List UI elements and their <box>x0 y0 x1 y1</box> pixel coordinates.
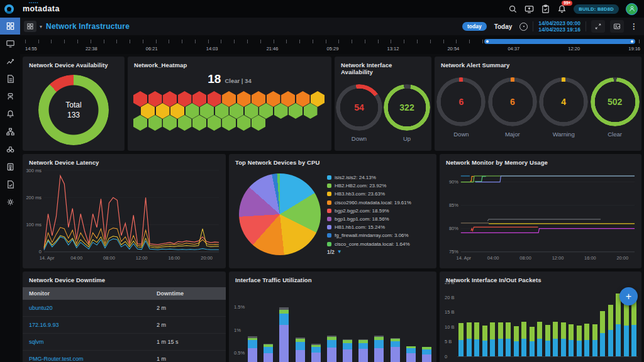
stacked-bar[interactable] <box>279 307 289 362</box>
bar-segment <box>490 339 495 356</box>
legend-item[interactable]: isis2.isis2: 24.13% <box>327 175 411 180</box>
legend-item[interactable]: cisco_core.motadata.local: 1.64% <box>327 241 411 247</box>
table-row[interactable]: ubuntu202 m <box>23 300 226 317</box>
stacked-bar[interactable] <box>592 324 597 356</box>
cpu-pie-chart[interactable] <box>239 173 321 255</box>
stacked-bar[interactable] <box>358 339 368 362</box>
stacked-bar[interactable] <box>264 344 273 362</box>
column-header[interactable]: Monitor <box>23 287 150 300</box>
legend-next-page-icon[interactable]: ▼ <box>337 249 342 255</box>
time-range-slider[interactable] <box>484 39 635 44</box>
expand-icon[interactable] <box>591 20 605 33</box>
sidebar-item-inventory[interactable] <box>0 158 20 175</box>
gauge-down[interactable]: 54Down <box>336 84 382 142</box>
stacked-bar[interactable] <box>514 326 519 356</box>
snapshot-icon[interactable] <box>610 20 624 33</box>
gauge-major[interactable]: 6Major <box>488 77 537 138</box>
stacked-bar[interactable] <box>537 322 542 356</box>
monitor-link[interactable]: ubuntu20 <box>23 300 150 317</box>
dashboard-grid-button[interactable] <box>24 21 36 32</box>
stacked-bar[interactable] <box>584 324 589 356</box>
sidebar-item-dashboards[interactable] <box>0 18 20 35</box>
add-widget-fab-button[interactable]: + <box>619 287 638 305</box>
table-row[interactable]: PMG-Router.test.com1 m <box>23 351 226 362</box>
legend-item[interactable]: HB1.hb1.com: 15.24% <box>327 224 411 230</box>
gauge-down[interactable]: 6Down <box>436 77 486 138</box>
stacked-bar[interactable] <box>248 336 257 362</box>
y-axis-label: 0 <box>445 354 447 359</box>
stacked-bar[interactable] <box>561 322 566 356</box>
stacked-bar[interactable] <box>616 293 621 356</box>
availability-donut-chart[interactable]: Total 133 <box>38 75 109 145</box>
time-range-timeline[interactable]: 14:5522:3806:2114:0321:4605:2913:1220:54… <box>20 35 644 54</box>
stacked-bar[interactable] <box>482 326 487 357</box>
stacked-bar[interactable] <box>296 337 305 362</box>
heatmap-headline: 18 Clear | 34 <box>128 72 331 86</box>
stacked-bar[interactable] <box>374 336 384 362</box>
gauge-warning[interactable]: 4Warning <box>539 77 588 138</box>
stacked-bar[interactable] <box>422 347 431 362</box>
stacked-bar[interactable] <box>343 339 352 362</box>
legend-item[interactable]: cisco2960.motadata.local: 19.61% <box>327 200 411 206</box>
monitor-link[interactable]: 172.16.9.93 <box>23 317 150 334</box>
stacked-bar[interactable] <box>530 327 535 356</box>
sidebar-item-settings[interactable] <box>0 194 20 211</box>
legend-item[interactable]: fg_firewall.mindarray.com: 3.06% <box>327 233 411 238</box>
legend-item[interactable]: HB3.hb3.com: 23.63% <box>327 191 411 197</box>
stacked-bar[interactable] <box>498 322 503 356</box>
stacked-bar[interactable] <box>490 322 495 356</box>
sidebar-item-discovery[interactable] <box>0 141 20 158</box>
stacked-bar[interactable] <box>327 336 336 362</box>
stacked-bar[interactable] <box>506 322 511 356</box>
stacked-bar[interactable] <box>624 297 629 356</box>
table-row[interactable]: 172.16.9.932 m <box>23 317 226 334</box>
monitor-link[interactable]: sqlvm <box>23 334 150 351</box>
bar-segment <box>343 349 352 362</box>
sidebar-item-metrics[interactable] <box>0 53 20 70</box>
table-row[interactable]: sqlvm1 m 15 s <box>23 334 226 351</box>
user-avatar[interactable] <box>626 3 638 15</box>
search-icon[interactable] <box>508 4 518 14</box>
task-checklist-icon[interactable] <box>541 4 550 14</box>
today-filter-pill[interactable]: today <box>462 22 487 31</box>
stacked-bar[interactable] <box>521 322 526 356</box>
legend-item[interactable]: bgp1.bgp1.com: 18.56% <box>327 216 411 222</box>
stacked-bar[interactable] <box>406 346 416 362</box>
latency-line-chart[interactable]: 300 ms200 ms100 ms014. Apr04:0008:0012:0… <box>25 167 223 267</box>
hex-cell[interactable] <box>133 115 147 131</box>
sidebar-item-reports[interactable] <box>0 176 20 193</box>
stacked-bar[interactable] <box>391 338 400 362</box>
column-header[interactable]: Downtime <box>150 287 226 300</box>
sidebar-item-alerts[interactable] <box>0 106 20 123</box>
sidebar-item-flow-analysis[interactable] <box>0 88 20 105</box>
stacked-bar[interactable] <box>577 326 582 356</box>
stacked-bar[interactable] <box>311 344 321 362</box>
stacked-bar[interactable] <box>600 311 605 356</box>
date-range[interactable]: 14/04/2023 00:00 14/04/2023 19:16 <box>538 20 580 33</box>
stacked-bar[interactable] <box>631 301 636 356</box>
bar-segment <box>600 333 605 356</box>
motadata-logo-icon[interactable] <box>4 4 14 14</box>
gauge-up[interactable]: 322Up <box>384 84 430 142</box>
stacked-bar[interactable] <box>474 322 479 356</box>
screen-share-icon[interactable] <box>525 4 534 14</box>
time-history-icon[interactable] <box>519 23 528 31</box>
monitor-link[interactable]: PMG-Router.test.com <box>23 351 150 362</box>
stacked-bar[interactable] <box>553 322 558 356</box>
legend-item[interactable]: bgp2.bgp2.com: 18.59% <box>327 208 411 214</box>
stacked-bar[interactable] <box>467 322 472 356</box>
sidebar-item-logs[interactable] <box>0 70 20 87</box>
more-options-icon[interactable]: ⋮ <box>629 22 639 31</box>
chevron-down-icon[interactable]: ▾ <box>40 24 42 30</box>
gauge-clear[interactable]: 502Clear <box>591 77 640 138</box>
stacked-bar[interactable] <box>458 323 464 356</box>
notifications-bell-icon[interactable]: 99+ <box>557 4 567 14</box>
sidebar-item-topology[interactable] <box>0 123 20 140</box>
sidebar-item-monitors[interactable] <box>0 35 20 52</box>
legend-item[interactable]: HB2.HB2.com: 23.92% <box>327 183 411 189</box>
stacked-bar[interactable] <box>569 324 574 357</box>
stacked-bar[interactable] <box>608 305 613 356</box>
memory-line-chart[interactable]: 90%85%80%75%14. Apr04:0008:0012:0016:002… <box>442 167 639 267</box>
stacked-bar[interactable] <box>545 325 550 356</box>
page-title[interactable]: Network Infrastructure <box>46 22 130 31</box>
